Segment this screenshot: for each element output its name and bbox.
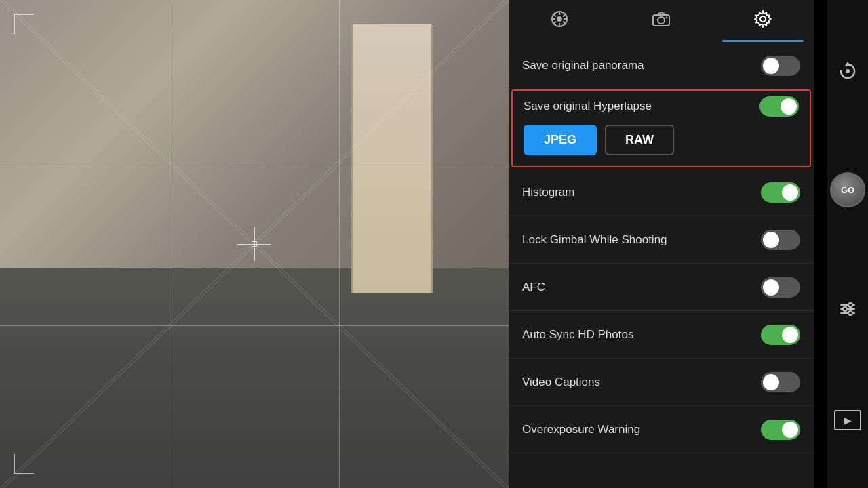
setting-row-auto-sync: Auto Sync HD Photos — [509, 311, 814, 359]
go-button[interactable]: GO — [830, 172, 865, 207]
video-captions-label: Video Captions — [522, 375, 600, 389]
gear-icon — [753, 9, 772, 33]
auto-sync-toggle-knob — [782, 327, 798, 343]
room-floor — [0, 268, 509, 488]
afc-toggle[interactable] — [761, 277, 800, 298]
shutter-icon — [550, 9, 569, 33]
play-icon: ▶ — [844, 415, 852, 426]
crosshair — [237, 227, 271, 261]
svg-point-14 — [760, 16, 766, 22]
corner-bracket-tl — [14, 14, 34, 34]
afc-toggle-knob — [763, 279, 779, 296]
format-buttons: JPEG RAW — [524, 122, 799, 158]
svg-line-3 — [563, 14, 565, 17]
camera-view — [0, 0, 509, 488]
tab-camera-mode[interactable] — [509, 0, 610, 42]
histogram-label: Histogram — [522, 186, 574, 199]
right-bar: GO ▶ — [827, 0, 868, 488]
lock-gimbal-label: Lock Gimbal While Shooting — [522, 233, 667, 247]
video-captions-toggle[interactable] — [761, 372, 800, 392]
svg-point-11 — [658, 17, 665, 24]
hyperlapse-label: Save original Hyperlapse — [524, 100, 652, 113]
hyperlapse-toggle[interactable] — [760, 96, 799, 117]
setting-row-panorama: Save original panorama — [509, 42, 814, 89]
svg-point-21 — [843, 307, 847, 311]
tab-bar — [509, 0, 814, 42]
svg-point-20 — [848, 303, 852, 307]
video-captions-toggle-knob — [763, 374, 779, 390]
svg-line-7 — [554, 21, 556, 24]
afc-label: AFC — [522, 281, 545, 294]
svg-point-1 — [557, 16, 562, 22]
svg-point-22 — [848, 311, 852, 315]
svg-point-13 — [666, 16, 668, 18]
raw-button[interactable]: RAW — [605, 125, 674, 155]
corner-bracket-bl — [14, 454, 34, 474]
setting-row-overexposure: Overexposure Warning — [509, 406, 814, 453]
crosshair-center — [252, 241, 257, 247]
auto-sync-label: Auto Sync HD Photos — [522, 328, 633, 342]
sliders-icon[interactable] — [834, 296, 861, 323]
setting-row-afc: AFC — [509, 264, 814, 311]
hyperlapse-top-row: Save original Hyperlapse — [524, 96, 799, 117]
svg-line-5 — [563, 21, 565, 24]
jpeg-button[interactable]: JPEG — [524, 125, 597, 155]
auto-sync-toggle[interactable] — [761, 325, 800, 345]
tab-photo[interactable] — [610, 0, 712, 42]
panorama-label: Save original panorama — [522, 59, 644, 73]
svg-line-9 — [554, 14, 556, 17]
play-button[interactable]: ▶ — [834, 410, 861, 430]
settings-panel: Save original panorama Save original Hyp… — [509, 0, 814, 488]
tab-settings[interactable] — [712, 0, 814, 42]
svg-marker-15 — [845, 62, 850, 66]
setting-section-hyperlapse: Save original Hyperlapse JPEG RAW — [511, 89, 811, 167]
overexposure-toggle-knob — [782, 422, 798, 438]
hyperlapse-toggle-knob — [781, 98, 797, 115]
lock-gimbal-toggle-knob — [763, 232, 779, 248]
settings-list: Save original panorama Save original Hyp… — [509, 42, 814, 488]
panorama-toggle[interactable] — [761, 56, 800, 76]
panorama-toggle-knob — [763, 58, 779, 74]
setting-row-video-captions: Video Captions — [509, 359, 814, 406]
setting-row-lock-gimbal: Lock Gimbal While Shooting — [509, 216, 814, 264]
lock-gimbal-toggle[interactable] — [761, 230, 800, 250]
go-label: GO — [841, 185, 854, 195]
photo-icon — [652, 11, 671, 32]
histogram-toggle[interactable] — [761, 182, 800, 203]
svg-point-16 — [846, 69, 850, 73]
rotate-camera-icon[interactable] — [834, 58, 861, 85]
histogram-toggle-knob — [782, 184, 798, 201]
overexposure-toggle[interactable] — [761, 420, 800, 440]
room-door — [351, 24, 433, 293]
overexposure-label: Overexposure Warning — [522, 423, 640, 436]
setting-row-histogram: Histogram — [509, 169, 814, 216]
